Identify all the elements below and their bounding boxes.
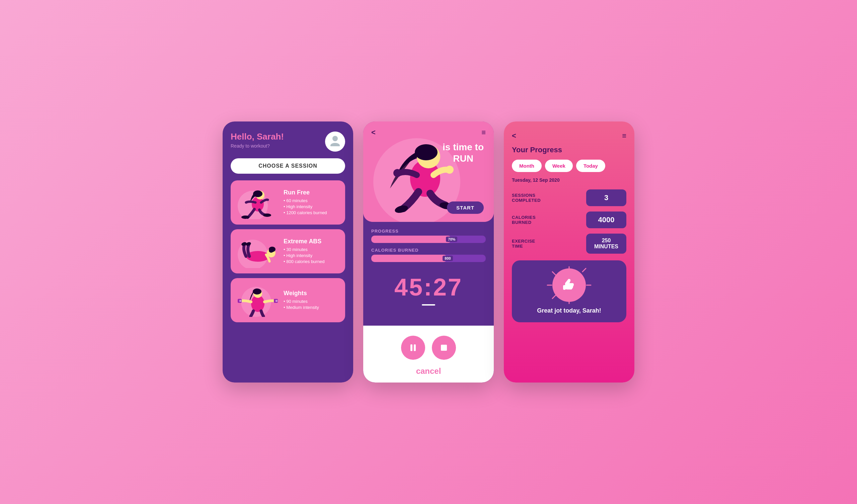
timer-display: 45:27: [371, 273, 486, 301]
exercise-time-value: 250MINUTES: [586, 234, 626, 254]
calories-burned-value: 4000: [586, 212, 626, 228]
svg-point-6: [241, 216, 249, 219]
thumbs-circle: [552, 268, 586, 302]
pause-button[interactable]: [401, 336, 425, 360]
exercise-time-label: EXERCISETIME: [512, 239, 535, 249]
s3-nav: < ≡: [512, 132, 626, 140]
controls-row: [371, 336, 486, 360]
weights-title: Weights: [284, 290, 340, 297]
session-card-run[interactable]: Run Free 60 minutes High intensity 1200 …: [231, 180, 345, 224]
run-info: Run Free 60 minutes High intensity 1200 …: [284, 189, 340, 216]
weights-detail-2: Medium intensity: [284, 305, 340, 310]
hero-line2: RUN: [442, 153, 484, 164]
sessions-label: SESSIONSCOMPLETED: [512, 193, 541, 203]
tabs-row: Month Week Today: [512, 159, 626, 172]
weights-details: 90 minutes Medium intensity: [284, 299, 340, 310]
calories-burned-row: CALORIESBURNED 4000: [512, 212, 626, 228]
hero-line1: is time to: [442, 141, 484, 153]
run-details: 60 minutes High intensity 1200 calories …: [284, 198, 340, 215]
subtitle-text: Ready to workout?: [231, 143, 284, 149]
weights-info: Weights 90 minutes Medium intensity: [284, 290, 340, 311]
svg-point-31: [446, 166, 454, 174]
calories-tag: 800: [442, 256, 453, 261]
session-card-weights[interactable]: Weights 90 minutes Medium intensity: [231, 278, 345, 322]
tab-week[interactable]: Week: [545, 159, 573, 172]
svg-rect-33: [414, 345, 416, 351]
tab-month[interactable]: Month: [512, 159, 542, 172]
exercise-time-row: EXERCISETIME 250MINUTES: [512, 234, 626, 254]
cancel-button[interactable]: cancel: [371, 367, 486, 376]
svg-rect-43: [563, 285, 566, 290]
progress-label: PROGRESS: [371, 229, 486, 234]
tab-today[interactable]: Today: [576, 159, 605, 172]
choose-session-button[interactable]: CHOOSE A SESSION: [231, 158, 345, 174]
abs-detail-2: High intensity: [284, 253, 340, 258]
s3-menu-icon[interactable]: ≡: [622, 132, 626, 140]
svg-rect-32: [410, 345, 413, 351]
calories-row: CALORIES BURNED 800: [371, 248, 486, 262]
run-detail-3: 1200 calories burned: [284, 210, 340, 215]
session-card-abs[interactable]: Extreme ABS 30 minutes High intensity 80…: [231, 229, 345, 273]
calories-label: CALORIES BURNED: [371, 248, 486, 253]
s2-controls-section: cancel: [363, 325, 494, 383]
screen-3: < ≡ Your Progress Month Week Today Tuesd…: [504, 121, 634, 383]
date-label: Tuesday, 12 Sep 2020: [512, 178, 626, 183]
svg-rect-22: [275, 300, 278, 302]
svg-point-0: [332, 136, 338, 141]
abs-title: Extreme ABS: [284, 238, 340, 245]
screens-container: Hello, Sarah! Ready to workout? CHOOSE A…: [194, 121, 663, 383]
s1-header: Hello, Sarah! Ready to workout?: [231, 132, 345, 152]
svg-point-7: [263, 214, 271, 217]
sessions-value: 3: [586, 189, 626, 206]
s2-hero-section: < ≡: [363, 121, 494, 222]
congrats-box: Great jot today, Sarah!: [512, 261, 626, 322]
calories-burned-label: CALORIESBURNED: [512, 215, 536, 225]
screen-1: Hello, Sarah! Ready to workout? CHOOSE A…: [223, 121, 353, 383]
svg-point-30: [393, 169, 401, 177]
s1-greeting: Hello, Sarah! Ready to workout?: [231, 132, 284, 149]
s2-stats-section: PROGRESS 70% CALORIES BURNED 800 45:27: [363, 222, 494, 325]
svg-point-12: [269, 249, 273, 253]
weights-detail-1: 90 minutes: [284, 299, 340, 304]
menu-icon[interactable]: ≡: [482, 128, 486, 137]
progress-bar-bg: 70%: [371, 236, 486, 243]
svg-line-39: [552, 272, 556, 275]
svg-line-40: [583, 268, 586, 272]
run-title: Run Free: [284, 189, 340, 196]
back-icon[interactable]: <: [371, 128, 375, 137]
progress-row: PROGRESS 70%: [371, 229, 486, 243]
svg-point-18: [253, 288, 262, 295]
sessions-completed-row: SESSIONSCOMPLETED 3: [512, 189, 626, 206]
calories-bar-bg: 800: [371, 255, 486, 262]
abs-image: [236, 235, 280, 268]
start-button[interactable]: START: [447, 201, 484, 214]
abs-detail-3: 800 calories burned: [284, 259, 340, 264]
screen-2: < ≡: [363, 121, 494, 383]
svg-line-41: [552, 295, 556, 299]
run-detail-2: High intensity: [284, 204, 340, 209]
svg-point-27: [415, 144, 438, 160]
run-detail-1: 60 minutes: [284, 198, 340, 203]
hero-text: is time to RUN: [442, 141, 484, 164]
user-icon: [329, 134, 341, 149]
svg-rect-34: [441, 345, 447, 351]
progress-tag: 70%: [446, 237, 457, 242]
greeting-text: Hello, Sarah!: [231, 132, 284, 142]
timer-line: [422, 304, 435, 305]
progress-bar-fill: 70%: [371, 236, 451, 243]
stop-button[interactable]: [432, 336, 456, 360]
abs-info: Extreme ABS 30 minutes High intensity 80…: [284, 238, 340, 265]
calories-bar-fill: 800: [371, 255, 447, 262]
s3-back-icon[interactable]: <: [512, 132, 516, 140]
progress-title: Your Progress: [512, 146, 626, 154]
avatar: [325, 132, 345, 152]
weights-image: [236, 284, 280, 317]
abs-detail-1: 30 minutes: [284, 247, 340, 252]
s2-nav: < ≡: [363, 121, 494, 140]
svg-point-1: [331, 143, 340, 146]
abs-details: 30 minutes High intensity 800 calories b…: [284, 247, 340, 264]
run-image: [236, 186, 280, 219]
congrats-text: Great jot today, Sarah!: [537, 307, 601, 314]
svg-rect-20: [239, 300, 241, 302]
